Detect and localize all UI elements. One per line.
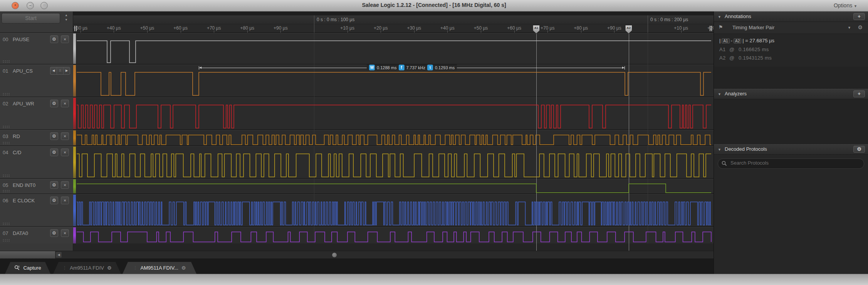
trigger-button-group[interactable]: ◀⎍▶ — [50, 67, 70, 75]
ruler-right-grip[interactable] — [710, 26, 710, 31]
decoded-protocols-header[interactable]: ▼ Decoded Protocols ⚙ — [714, 144, 868, 155]
channel-row-APU_CS[interactable]: 01APU_CS⚙◀⎍▶ — [0, 65, 73, 97]
channel-name[interactable]: PAUSE — [13, 37, 29, 42]
marker-pair-dropdown-icon[interactable]: ▼ — [848, 26, 851, 30]
tab-bar: Capture⋮Am9511A FDIV⚙⋮AM9511A FDIV...⚙ — [0, 258, 714, 274]
channel-remove-icon[interactable]: × — [61, 100, 69, 107]
channel-gear-icon[interactable]: ⚙ — [50, 181, 58, 189]
ruler-left-grip2[interactable] — [76, 26, 77, 31]
search-protocols-input[interactable] — [730, 160, 858, 166]
analyzers-header[interactable]: ▼ Analyzers + — [714, 89, 868, 99]
scrollbar-thumb[interactable] — [332, 253, 337, 257]
collapse-triangle-icon[interactable]: ▼ — [718, 148, 721, 152]
channel-name[interactable]: APU_CS — [13, 68, 33, 74]
tab-am9511a-fdiv-[interactable]: ⋮AM9511A FDIV...⚙ — [123, 262, 196, 274]
channel-gear-icon[interactable]: ⚙ — [50, 132, 58, 140]
collapse-triangle-icon[interactable]: ▼ — [718, 92, 721, 96]
channel-drag-handle[interactable] — [2, 142, 11, 145]
options-menu[interactable]: Options ▼ — [834, 2, 857, 8]
channel-drag-handle[interactable] — [2, 125, 11, 128]
marker-delta-line: |A1-A2| = 27.6875 µs — [719, 38, 868, 43]
ruler-tick-mark — [348, 30, 348, 33]
ruler-right-grip2[interactable] — [711, 26, 712, 31]
channel-name[interactable]: APU_WR — [13, 101, 34, 107]
channel-name[interactable]: RD — [13, 133, 20, 139]
channel-drag-handle[interactable] — [2, 93, 11, 96]
tab-drag-handle[interactable]: ⋮ — [62, 265, 67, 270]
timing-marker-pair-row[interactable]: ⚑ Timing Marker Pair ▼ ⚙ — [714, 22, 868, 34]
measure-W-icon: W — [369, 65, 375, 70]
add-analyzer-button[interactable]: + — [853, 90, 865, 97]
collapse-triangle-icon[interactable]: ▼ — [718, 15, 721, 19]
channel-remove-icon[interactable]: × — [61, 229, 69, 237]
spinner-down-icon[interactable]: ▼ — [62, 18, 71, 22]
ruler-tick-mark — [614, 30, 614, 33]
ruler-tick-mark — [247, 30, 248, 33]
waveform-PAUSE — [77, 41, 711, 63]
channel-drag-handle[interactable] — [2, 222, 11, 225]
channel-remove-icon[interactable]: × — [61, 197, 69, 204]
a2-chip: A2 — [734, 38, 741, 43]
horizontal-scrollbar[interactable]: ◀ — [0, 251, 714, 258]
decoded-protocols-gear-icon[interactable]: ⚙ — [853, 146, 865, 153]
ruler-division-line — [648, 15, 648, 33]
window-title: Saleae Logic 1.2.12 - [Connected] - [16 … — [0, 2, 868, 8]
marker-pair-gear-icon[interactable]: ⚙ — [858, 24, 863, 30]
channel-remove-icon[interactable]: × — [61, 148, 69, 156]
ruler-tick-label: +20 µs — [374, 25, 388, 31]
channel-row-E CLOCK[interactable]: 06E CLOCK⚙× — [0, 194, 73, 227]
channel-remove-icon[interactable]: × — [61, 35, 69, 43]
right-panel: ▼ Annotations + ⚑ Timing Marker Pair ▼ ⚙… — [714, 12, 868, 274]
trigger-prev-icon[interactable]: ◀ — [50, 67, 57, 74]
tab-drag-handle[interactable]: ⋮ — [133, 265, 138, 270]
ruler-absolute-row[interactable] — [73, 15, 714, 24]
channel-number: 03 — [3, 133, 8, 139]
channel-row-END INT0[interactable]: 05END INT0⚙× — [0, 179, 73, 194]
tab-capture[interactable]: Capture — [5, 262, 50, 274]
trigger-next-icon[interactable]: ▶ — [63, 67, 70, 74]
timing-marker-pair-title: Timing Marker Pair — [732, 25, 774, 30]
decoded-protocols-title: Decoded Protocols — [725, 146, 767, 152]
channel-gear-icon[interactable]: ⚙ — [50, 35, 58, 43]
channel-drag-handle[interactable] — [2, 239, 11, 242]
search-protocols-box — [718, 158, 864, 169]
ruler-division-label: 0 s : 0 ms : 200 µs — [650, 17, 688, 22]
capture-search-icon — [14, 265, 20, 271]
scroll-left-icon[interactable]: ◀ — [56, 252, 62, 258]
ruler-tick-mark — [581, 30, 581, 33]
annotations-header[interactable]: ▼ Annotations + — [714, 12, 868, 22]
waveform-RD — [77, 135, 711, 145]
tab-gear-icon[interactable]: ⚙ — [107, 265, 112, 271]
channel-gear-icon[interactable]: ⚙ — [50, 100, 58, 107]
tab-gear-icon[interactable]: ⚙ — [181, 265, 186, 271]
channel-gear-icon[interactable]: ⚙ — [50, 229, 58, 237]
title-bar: × – □ Saleae Logic 1.2.12 - [Connected] … — [0, 0, 868, 12]
spinner-up-icon[interactable]: ▲ — [62, 13, 71, 18]
start-button[interactable]: Start — [2, 13, 60, 23]
channel-row-APU_WR[interactable]: 02APU_WR⚙× — [0, 97, 73, 130]
ruler-tick-mark — [181, 30, 181, 33]
ruler-tick-label: +40 µs — [107, 25, 121, 31]
channel-drag-handle[interactable] — [2, 174, 11, 177]
waveform-APU_CS — [77, 72, 711, 95]
channel-gear-icon[interactable]: ⚙ — [50, 197, 58, 204]
add-annotation-button[interactable]: + — [853, 13, 865, 20]
channel-number: 02 — [3, 101, 8, 107]
channel-name[interactable]: DATA0 — [13, 230, 28, 236]
channel-remove-icon[interactable]: × — [61, 181, 69, 189]
channel-row-DATA0[interactable]: 07DATA0⚙× — [0, 227, 73, 243]
channel-name[interactable]: E CLOCK — [13, 198, 35, 203]
trigger-edge-icon[interactable]: ⎍ — [57, 67, 63, 74]
channel-drag-handle[interactable] — [2, 60, 11, 63]
channel-remove-icon[interactable]: × — [61, 132, 69, 140]
channel-row-RD[interactable]: 03RD⚙× — [0, 130, 73, 146]
channel-name[interactable]: C/D — [13, 150, 21, 155]
tab-am9511a-fdiv[interactable]: ⋮Am9511A FDIV⚙ — [53, 262, 121, 274]
channel-gear-icon[interactable]: ⚙ — [50, 148, 58, 156]
channel-drag-handle[interactable] — [2, 190, 11, 193]
channel-name[interactable]: END INT0 — [13, 182, 35, 188]
channel-scroll-spinner[interactable]: ▲ ▼ — [62, 13, 71, 23]
ruler-left-grip[interactable] — [74, 26, 75, 31]
channel-row-C/D[interactable]: 04C/D⚙× — [0, 146, 73, 179]
channel-row-PAUSE[interactable]: 00PAUSE⚙× — [0, 33, 73, 65]
